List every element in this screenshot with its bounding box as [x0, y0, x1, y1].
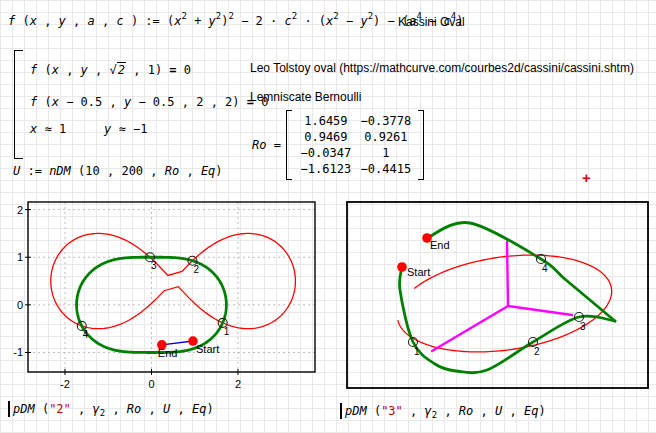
formula-token: =	[266, 138, 280, 152]
kassini-oval-label[interactable]: Kassini Oval	[398, 15, 465, 29]
formula-token: c	[285, 14, 292, 28]
formula-token: ,	[179, 164, 201, 178]
space-curve-b	[427, 223, 615, 321]
tick-label-y: -1	[13, 346, 23, 358]
root-number: 3	[151, 260, 157, 271]
axis-3d	[508, 306, 572, 315]
formula-token: − 2 ·	[234, 14, 285, 28]
formula-token: "2"	[49, 402, 71, 416]
formula-f-definition[interactable]: f (x , y , a , c ) := (x2 + y2)2 − 2 · c…	[8, 14, 463, 28]
left-plot-2d[interactable]: -202-10121234StartEnd	[6, 198, 320, 394]
right-plot-3d[interactable]: 1234StartEnd	[346, 201, 650, 392]
formula-token: 2	[117, 62, 126, 77]
axis-3d	[432, 306, 508, 351]
root-number: 3	[580, 321, 586, 332]
formula-token: pDM	[13, 402, 35, 416]
formula-token: :=	[20, 164, 49, 178]
formula-token: )	[538, 404, 545, 418]
red-cross-cursor: +	[582, 169, 591, 186]
formula-token: ,	[88, 63, 110, 77]
root-number: 1	[224, 326, 230, 337]
formula-token: "3"	[381, 404, 403, 418]
formula-token: −	[339, 14, 361, 28]
root-number: 1	[414, 346, 420, 357]
tick-label-y: 2	[17, 204, 23, 216]
formula-token: 0	[177, 63, 191, 77]
matrix-row: 0.94690.9261	[295, 129, 415, 145]
formula-token: γ	[93, 402, 100, 416]
root-number: 4	[83, 329, 89, 340]
matrix-cell: −1.6123	[295, 162, 357, 176]
end-label: End	[430, 239, 450, 251]
end-label: End	[158, 347, 178, 359]
constraint-eq2[interactable]: f (x − 0.5 , y − 0.5 , 2 , 2) = 0	[30, 95, 268, 109]
formula-token: Eq	[192, 402, 206, 416]
formula-token: )	[206, 402, 213, 416]
lemniscate-note[interactable]: Lemniscate Bernoulli	[250, 90, 361, 104]
formula-token: ,	[59, 63, 81, 77]
formula-token: ) := (	[124, 14, 175, 28]
start-dot	[397, 262, 407, 272]
formula-token: x	[52, 63, 59, 77]
ro-matrix-region[interactable]: Ro = 1.6459−0.37780.94690.9261−0.03471−1…	[252, 110, 424, 180]
formula-token: (	[367, 404, 381, 418]
formula-token: c	[116, 14, 123, 28]
plot-frame	[347, 202, 648, 388]
edit-cursor-bar	[8, 401, 10, 417]
formula-token: γ	[425, 404, 432, 418]
guess-y[interactable]: y ≈ −1	[104, 122, 147, 136]
formula-token: 2	[292, 11, 297, 21]
start-label: Start	[407, 266, 430, 278]
formula-token: )	[221, 14, 228, 28]
matrix-cell: 0.9261	[357, 130, 415, 144]
matrix-cell: −0.3778	[357, 114, 415, 128]
pdm2-region[interactable]: pDM ("2" , γ2 , Ro , U , Eq)	[8, 401, 214, 417]
formula-token: x	[174, 14, 181, 28]
pdm3-region[interactable]: pDM ("3" , γ2 , Ro , U , Eq)	[340, 403, 546, 419]
matrix-row: −1.6123−0.4415	[295, 161, 415, 177]
formula-token: 2	[432, 410, 437, 420]
formula-token: =	[169, 63, 176, 77]
tick-label-y: 0	[17, 299, 23, 311]
matrix-brackets: 1.6459−0.37780.94690.9261−0.03471−1.6123…	[286, 110, 424, 180]
formula-token: 2	[100, 408, 105, 418]
u-definition[interactable]: U := nDM (10 , 200 , Ro , Eq)	[13, 164, 223, 178]
guess-x[interactable]: x ≈ 1	[30, 122, 66, 136]
formula-token: 2	[229, 11, 234, 21]
formula-token: · (	[297, 14, 326, 28]
formula-token: ,	[66, 14, 88, 28]
formula-token: Ro	[252, 138, 266, 152]
matrix-cell: 0.9469	[295, 130, 357, 144]
formula-token: ≈ 1	[37, 122, 66, 136]
root-number: 2	[534, 346, 540, 357]
formula-token: (	[37, 95, 51, 109]
formula-token: ,	[473, 404, 495, 418]
constraint-eq1[interactable]: f (x , y , √2 , 1) = 0	[30, 63, 191, 77]
matrix-cell: 1	[357, 146, 415, 160]
formula-token: a	[88, 14, 95, 28]
mathcad-worksheet: { "texts": { "kassini": "Kassini Oval", …	[0, 0, 656, 433]
matrix-cell: −0.4415	[357, 162, 415, 176]
formula-token: , 1)	[126, 63, 169, 77]
formula-token: Eq	[201, 164, 215, 178]
formula-token: Ro	[165, 164, 179, 178]
root-number: 4	[542, 263, 548, 274]
formula-token: x	[52, 95, 59, 109]
formula-token: )	[215, 164, 222, 178]
formula-token: ,	[170, 402, 192, 416]
formula-token: 2	[333, 11, 338, 21]
formula-token: ,	[71, 402, 93, 416]
tick-label-x: 2	[235, 378, 241, 390]
formula-token: ,	[141, 402, 163, 416]
tolstoy-note[interactable]: Leo Tolstoy oval (https://mathcurve.com/…	[250, 61, 634, 75]
formula-token: ,	[105, 402, 127, 416]
formula-token: 2	[216, 11, 221, 21]
formula-token: ,	[437, 404, 459, 418]
formula-token: ,	[403, 404, 425, 418]
tick-label-y: 1	[17, 251, 23, 263]
formula-token: nDM	[49, 164, 71, 178]
matrix-cell: 1.6459	[295, 114, 357, 128]
matrix-grid: 1.6459−0.37780.94690.9261−0.03471−1.6123…	[295, 113, 415, 177]
formula-token: (	[35, 402, 49, 416]
formula-token: y	[59, 14, 66, 28]
